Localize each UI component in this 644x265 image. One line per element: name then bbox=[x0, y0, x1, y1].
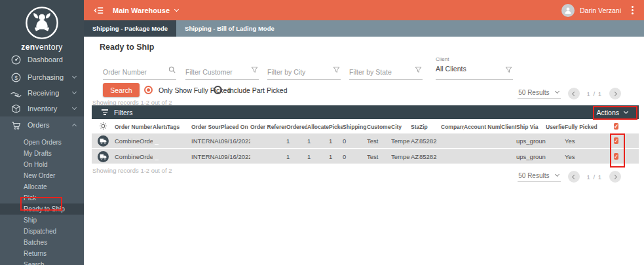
sidebar-item-inventory[interactable]: Inventory bbox=[0, 101, 84, 116]
sidebar-item-returns[interactable]: Returns bbox=[0, 248, 84, 259]
tab-shipping-bill-of-lading-mode[interactable]: Shipping - Bill of Lading Mode bbox=[176, 20, 283, 37]
column-header-placed-on[interactable]: Placed On bbox=[221, 120, 250, 133]
truck-icon bbox=[98, 135, 109, 147]
column-header-customer[interactable]: Customer bbox=[367, 120, 391, 133]
search-button[interactable]: Search bbox=[103, 83, 140, 97]
radio-label: Include Part Picked bbox=[228, 86, 287, 94]
sidebar-item-allocate[interactable]: Allocate bbox=[0, 181, 84, 192]
sidebar-item-orders[interactable]: Orders bbox=[0, 117, 84, 133]
sidebar-item-ship[interactable]: Ship bbox=[0, 215, 84, 226]
column-header-alerts[interactable]: Alerts bbox=[153, 120, 167, 133]
tab-shipping-package-mode[interactable]: Shipping - Package Mode bbox=[84, 20, 176, 37]
cell-company bbox=[441, 133, 464, 149]
kebab-menu-icon[interactable] bbox=[632, 9, 634, 11]
next-page-button[interactable] bbox=[609, 88, 621, 99]
column-header-client[interactable]: Client bbox=[501, 120, 516, 133]
column-header-ship-via[interactable]: Ship Via bbox=[516, 120, 546, 133]
prev-page-button[interactable] bbox=[568, 88, 580, 99]
gear-icon[interactable] bbox=[99, 125, 107, 132]
page-title: Ready to Ship bbox=[100, 43, 154, 52]
filter-list-icon bbox=[102, 109, 108, 115]
column-header-zip[interactable]: Zip bbox=[419, 120, 441, 133]
column-header-tags[interactable]: Tags bbox=[167, 120, 191, 133]
showing-records-bottom: Showing records 1-2 out of 2 bbox=[92, 167, 172, 174]
column-header-company[interactable]: Company bbox=[441, 120, 464, 133]
sidebar-item-batches[interactable]: Batches bbox=[0, 237, 84, 248]
city-filter-input[interactable] bbox=[267, 65, 331, 78]
cell-order-number: CombineOrder2 bbox=[115, 133, 153, 149]
cell-alerts bbox=[153, 133, 167, 149]
page-size-select[interactable]: 50 Results bbox=[518, 89, 560, 99]
column-header-order-reference[interactable]: Order Reference bbox=[250, 120, 286, 133]
topbar: Main Warehouse Darin Verzani bbox=[84, 0, 644, 20]
sidebar-item-my-drafts[interactable]: My Drafts bbox=[0, 148, 84, 159]
customer-filter-input[interactable] bbox=[185, 65, 249, 78]
page-indicator: 1 / 1 bbox=[587, 90, 603, 97]
sidebar-item-new-order[interactable]: New Order bbox=[0, 170, 84, 181]
select-all-checkbox[interactable] bbox=[614, 123, 618, 130]
next-page-button[interactable] bbox=[609, 171, 621, 183]
collapse-menu-icon[interactable] bbox=[94, 6, 104, 15]
sidebar-item-search[interactable]: Search bbox=[0, 259, 84, 265]
table-row[interactable]: CombineOrder1 INTERNAL 09/16/2022 1 1 1 … bbox=[92, 149, 639, 164]
page-size-select[interactable]: 50 Results bbox=[518, 172, 560, 182]
cell-company bbox=[441, 149, 464, 164]
sidebar-item-label: Purchasing bbox=[28, 73, 73, 81]
sidebar-item-label: Orders bbox=[28, 121, 73, 129]
row-checkbox[interactable] bbox=[614, 137, 618, 144]
city-filter bbox=[267, 65, 341, 80]
filters-bar-label[interactable]: Filters bbox=[114, 109, 133, 116]
cell-state: AZ bbox=[411, 149, 419, 164]
app-root: zenventory Dashboard $ Purchasing bbox=[0, 0, 644, 265]
column-header-account-number[interactable]: Account Number bbox=[464, 120, 501, 133]
orders-submenu: Open Orders My Drafts On Hold New Order … bbox=[0, 137, 84, 265]
column-header-city[interactable]: City bbox=[391, 120, 411, 133]
column-header-picked[interactable]: Picked bbox=[329, 120, 343, 133]
page-size-value: 50 Results bbox=[518, 89, 549, 96]
cell-placed-on: 09/16/2022 bbox=[221, 149, 250, 164]
order-number-input[interactable] bbox=[103, 65, 166, 78]
chevron-down-icon bbox=[174, 7, 179, 11]
sidebar-item-dashboard[interactable]: Dashboard bbox=[0, 52, 84, 67]
state-filter-input[interactable] bbox=[349, 65, 413, 78]
cell-account-number bbox=[464, 149, 501, 164]
sidebar-item-receiving[interactable]: Receiving bbox=[0, 85, 84, 101]
chevron-down-icon bbox=[554, 172, 559, 177]
avatar[interactable] bbox=[561, 4, 575, 17]
cell-tags bbox=[167, 133, 191, 149]
cell-account-number bbox=[464, 133, 501, 149]
main-area: Main Warehouse Darin Verzani Shipping - … bbox=[84, 0, 644, 265]
column-header-shipping[interactable]: Shipping bbox=[343, 120, 367, 133]
sidebar-item-ready-to-ship[interactable]: Ready to Ship bbox=[0, 203, 84, 215]
brand-wordmark-rest: ventory bbox=[35, 43, 63, 52]
table-row[interactable]: CombineOrder2 INTERNAL 09/16/2022 1 1 1 … bbox=[92, 133, 639, 149]
cell-allocated: 1 bbox=[307, 149, 329, 164]
column-header-order-source[interactable]: Order Source bbox=[191, 120, 221, 133]
cell-order-reference bbox=[250, 133, 286, 149]
prev-page-button[interactable] bbox=[568, 171, 580, 183]
sidebar-item-on-hold[interactable]: On Hold bbox=[0, 159, 84, 170]
column-header-userfield1[interactable]: Userfield1 bbox=[546, 120, 565, 133]
actions-menu-button[interactable]: Actions bbox=[597, 109, 628, 116]
sidebar-item-dispatched[interactable]: Dispatched bbox=[0, 226, 84, 237]
sidebar-orders-section: Orders Open Orders My Drafts On Hold New… bbox=[0, 116, 84, 265]
sidebar-item-purchasing[interactable]: $ Purchasing bbox=[0, 69, 84, 85]
column-header-ordered[interactable]: Ordered bbox=[286, 120, 307, 133]
column-header-state[interactable]: State bbox=[411, 120, 419, 133]
cell-customer: Test bbox=[367, 133, 391, 149]
client-select[interactable]: Client All Clients bbox=[436, 56, 513, 80]
table-filters-bar: Filters Actions bbox=[92, 105, 639, 119]
funnel-icon bbox=[415, 64, 422, 76]
column-header-order-number[interactable]: Order Number bbox=[115, 120, 153, 133]
sidebar-item-open-orders[interactable]: Open Orders bbox=[0, 137, 84, 148]
warehouse-selector[interactable]: Main Warehouse bbox=[113, 7, 178, 14]
radio-unselected-icon[interactable] bbox=[214, 86, 222, 94]
row-select-cell bbox=[611, 149, 639, 164]
zenventory-logo-icon bbox=[24, 5, 60, 41]
column-header-allocated[interactable]: Allocated bbox=[307, 120, 329, 133]
radio-include-part-picked[interactable]: Include Part Picked bbox=[214, 83, 287, 97]
row-checkbox[interactable] bbox=[614, 153, 618, 160]
radio-selected-icon[interactable] bbox=[144, 86, 153, 94]
sidebar-item-pick[interactable]: Pick bbox=[0, 192, 84, 203]
column-header-fully-picked[interactable]: Fully Picked bbox=[565, 120, 611, 133]
